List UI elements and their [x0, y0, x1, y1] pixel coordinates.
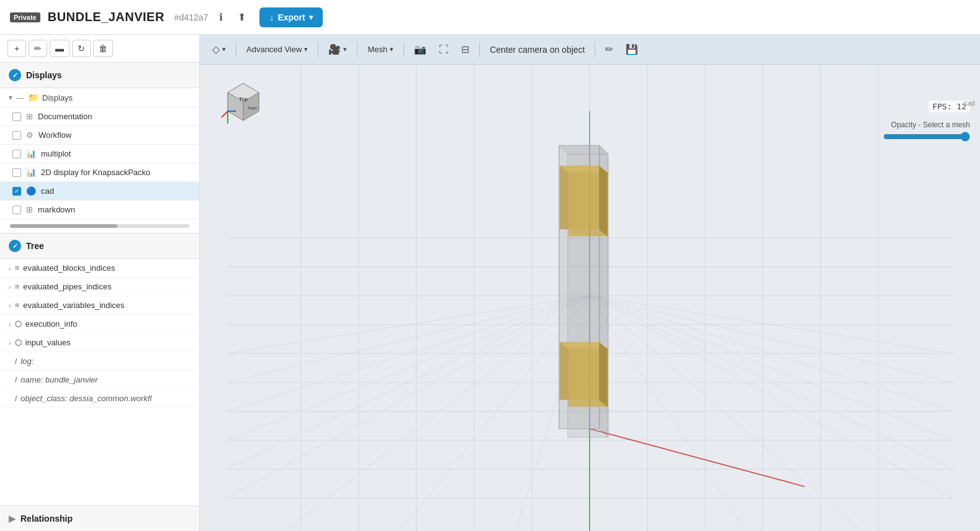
- tree-header[interactable]: ✓ Tree: [0, 234, 199, 259]
- type-icon-documentation: ⊞: [26, 112, 33, 121]
- viewport-toolbar: ◇ ▾ Advanced View ▾ 🎥 ▾ Mesh ▾ 📷: [200, 35, 980, 65]
- tree-item-evaluated-variables[interactable]: › ≡ evaluated_variables_indices: [0, 296, 199, 315]
- tree-item-input-values[interactable]: › ⬡ input_values: [0, 334, 199, 352]
- relationship-header[interactable]: ▶ Relationship: [0, 506, 199, 531]
- camera-chevron: ▾: [343, 45, 347, 53]
- separator-2: [318, 42, 318, 57]
- view-mode-icon: ◇: [212, 43, 220, 55]
- layout-split-button[interactable]: ⊟: [456, 40, 474, 58]
- tree-label: evaluated_blocks_indices: [23, 263, 115, 273]
- relationship-section: ▶ Relationship: [0, 506, 199, 531]
- layout-split-icon: ⊟: [461, 43, 469, 55]
- display-item-workflow[interactable]: ⚙ Workflow: [0, 126, 199, 145]
- display-item-multiplot[interactable]: 📊 multiplot: [0, 145, 199, 163]
- screenshot-button[interactable]: 📷: [409, 40, 431, 58]
- tree-label: evaluated_pipes_indices: [23, 282, 111, 291]
- type-icon-cad: 🔵: [26, 186, 36, 196]
- svg-text:Top: Top: [239, 96, 248, 102]
- checkbox-multiplot[interactable]: [12, 150, 21, 158]
- expand-icon: ›: [9, 339, 11, 347]
- mesh-button[interactable]: Mesh ▾: [362, 42, 398, 57]
- cad-label: cad: [964, 99, 975, 107]
- display-item-cad[interactable]: ✓ 🔵 cad: [0, 182, 199, 201]
- displays-parent-label: Displays: [42, 93, 73, 102]
- save-screenshot-icon: 💾: [626, 43, 638, 55]
- opacity-slider[interactable]: [883, 132, 970, 142]
- display-item-documentation[interactable]: ⊞ Documentation: [0, 107, 199, 126]
- tree-list: › ≡ evaluated_blocks_indices › ≡ evaluat…: [0, 259, 199, 506]
- checkbox-knapsack[interactable]: [12, 168, 21, 177]
- add-button[interactable]: +: [7, 40, 26, 57]
- refresh-button[interactable]: ↻: [72, 40, 91, 57]
- pencil-button[interactable]: ✏: [600, 40, 618, 58]
- display-item-markdown[interactable]: ⊞ markdown: [0, 201, 199, 219]
- orientation-cube: Top Right: [218, 77, 268, 127]
- type-icon-markdown: ⊞: [26, 205, 33, 214]
- advanced-view-chevron: ▾: [304, 45, 308, 53]
- expand-icon: ›: [9, 302, 11, 309]
- svg-marker-53: [599, 342, 608, 407]
- separator-3: [357, 42, 357, 57]
- display-item-knapsack[interactable]: 📊 2D display for KnapsackPacko: [0, 163, 199, 182]
- sidebar-toolbar: + ✏ ▬ ↻ 🗑: [0, 35, 199, 63]
- main-layout: + ✏ ▬ ↻ 🗑 ✓ Displays ▾: [0, 35, 980, 531]
- add-icon: +: [14, 43, 19, 53]
- tree-label: log:: [20, 356, 34, 366]
- svg-rect-54: [560, 145, 599, 429]
- type-icon-multiplot: 📊: [26, 149, 36, 158]
- tree-item-log[interactable]: › I log:: [0, 352, 199, 371]
- opacity-label: Opacity - Select a mesh: [883, 120, 970, 129]
- delete-icon: 🗑: [99, 43, 107, 53]
- play-icon: ▶: [9, 514, 16, 524]
- expand-icon: ›: [9, 320, 11, 328]
- info-button[interactable]: ℹ: [215, 9, 227, 25]
- viewport-canvas[interactable]: cad FPS: 12 Opacity - Select a mesh: [200, 65, 980, 531]
- camera-button[interactable]: 🎥 ▾: [323, 40, 352, 58]
- tree-item-evaluated-pipes[interactable]: › ≡ evaluated_pipes_indices: [0, 278, 199, 296]
- checkbox-workflow[interactable]: [12, 131, 21, 140]
- box-icon: ⬡: [15, 319, 22, 329]
- displays-parent-row[interactable]: ▾ — 📁 Displays: [0, 88, 199, 107]
- tree-item-name[interactable]: › I name: bundle_janvier: [0, 371, 199, 389]
- top-bar: Private BUNDLE_JANVIER #d412a7 ℹ ⬆ ↓ Exp…: [0, 0, 980, 35]
- displays-collapse-icon: ✓: [9, 69, 21, 81]
- tree-item-object-class[interactable]: › I object_class: dessia_common.workfl: [0, 389, 199, 408]
- checkbox-cad[interactable]: ✓: [12, 187, 21, 196]
- checkbox-markdown[interactable]: [12, 206, 21, 214]
- hash-id: #d412a7: [174, 12, 209, 22]
- fullscreen-button[interactable]: ⛶: [434, 41, 454, 58]
- checkbox-documentation[interactable]: [12, 112, 21, 121]
- expand-arrow-icon: ▾: [9, 93, 12, 102]
- delete-button[interactable]: 🗑: [93, 40, 113, 57]
- export-icon: ↓: [269, 12, 274, 22]
- display-label-knapsack: 2D display for KnapsackPacko: [41, 168, 150, 177]
- refresh-icon: ↻: [78, 43, 85, 53]
- displays-scrollbar[interactable]: [10, 224, 189, 228]
- folder-icon: 📁: [28, 93, 38, 102]
- tree-item-execution-info[interactable]: › ⬡ execution_info: [0, 315, 199, 334]
- separator-4: [403, 42, 404, 57]
- italic-icon: I: [15, 375, 17, 384]
- tree-item-evaluated-blocks[interactable]: › ≡ evaluated_blocks_indices: [0, 259, 199, 278]
- export-button[interactable]: ↓ Export ▾: [259, 7, 322, 27]
- view-mode-button[interactable]: ◇ ▾: [207, 40, 231, 58]
- layout-button[interactable]: ▬: [50, 40, 70, 57]
- viewport: ◇ ▾ Advanced View ▾ 🎥 ▾ Mesh ▾ 📷: [200, 35, 980, 531]
- expand-icon: ›: [9, 265, 11, 272]
- displays-list: ▾ — 📁 Displays ⊞ Documentation ⚙ Workflo…: [0, 88, 199, 233]
- advanced-view-button[interactable]: Advanced View ▾: [241, 42, 313, 57]
- sidebar: + ✏ ▬ ↻ 🗑 ✓ Displays ▾: [0, 35, 200, 531]
- edit-icon: ✏: [34, 43, 42, 53]
- tree-title: Tree: [26, 241, 44, 251]
- svg-marker-49: [599, 166, 608, 237]
- edit-button[interactable]: ✏: [29, 40, 47, 57]
- share-button[interactable]: ⬆: [234, 9, 249, 25]
- save-screenshot-button[interactable]: 💾: [621, 40, 643, 58]
- view-mode-chevron: ▾: [222, 45, 226, 53]
- display-label-workflow: Workflow: [38, 130, 71, 140]
- separator-1: [236, 42, 236, 57]
- displays-header[interactable]: ✓ Displays: [0, 63, 199, 88]
- type-icon-knapsack: 📊: [26, 168, 36, 177]
- display-label-multiplot: multiplot: [41, 149, 71, 158]
- app-title: BUNDLE_JANVIER: [48, 10, 164, 24]
